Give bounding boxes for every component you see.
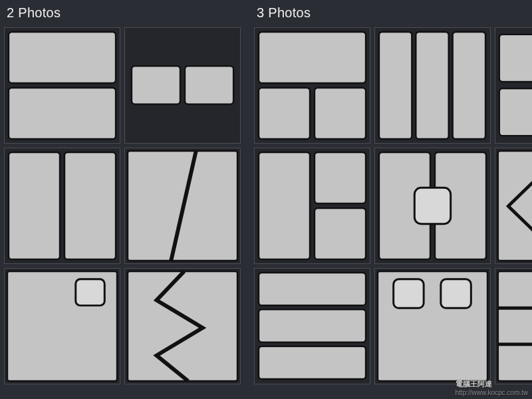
layout-two-vertical-split[interactable]: [4, 148, 120, 264]
svg-rect-4: [9, 152, 60, 259]
svg-rect-13: [259, 88, 310, 139]
layout-three-vertical-columns[interactable]: [374, 27, 491, 144]
layout-grid-3photos: [254, 27, 532, 384]
svg-rect-18: [499, 35, 532, 82]
svg-rect-26: [498, 151, 532, 261]
layout-two-small-side-by-side[interactable]: [124, 27, 241, 144]
svg-rect-12: [259, 32, 366, 83]
layout-cutoff-r1[interactable]: [495, 27, 532, 144]
svg-rect-19: [499, 88, 532, 136]
svg-rect-9: [76, 279, 104, 306]
section-title-2photos: 2 Photos: [7, 5, 243, 21]
svg-rect-28: [259, 309, 366, 342]
svg-rect-27: [259, 273, 366, 305]
svg-rect-14: [315, 88, 366, 139]
svg-rect-15: [379, 32, 412, 139]
layout-grid-2photos: [4, 27, 243, 384]
layout-one-left-two-right-stack[interactable]: [254, 148, 370, 264]
svg-rect-20: [259, 152, 310, 259]
layout-two-diagonal-split[interactable]: [124, 148, 241, 264]
svg-rect-21: [315, 152, 366, 203]
layout-one-large-pip-topright[interactable]: [4, 268, 120, 384]
svg-rect-29: [259, 346, 366, 379]
svg-rect-31: [394, 279, 424, 308]
svg-rect-0: [9, 32, 116, 83]
layout-cutoff-r3[interactable]: [495, 268, 532, 384]
svg-rect-3: [185, 66, 233, 104]
svg-rect-16: [416, 32, 448, 139]
svg-rect-5: [65, 152, 116, 259]
svg-rect-10: [128, 271, 237, 381]
layout-one-top-two-bottom[interactable]: [254, 27, 370, 144]
layout-two-horizontal-stack[interactable]: [4, 27, 120, 144]
svg-rect-1: [9, 88, 116, 139]
section-title-3photos: 3 Photos: [257, 5, 532, 21]
svg-rect-32: [441, 279, 471, 308]
svg-rect-17: [453, 32, 485, 139]
layout-two-pip-on-large[interactable]: [374, 268, 491, 384]
svg-rect-33: [498, 271, 532, 381]
svg-rect-25: [414, 188, 450, 223]
layout-two-vertical-center-overlay[interactable]: [374, 148, 491, 264]
layout-two-zigzag-split[interactable]: [124, 268, 241, 384]
svg-rect-22: [315, 208, 366, 259]
layout-cutoff-r2[interactable]: [495, 148, 532, 264]
svg-rect-2: [132, 66, 180, 104]
layout-three-horizontal-rows[interactable]: [254, 268, 370, 384]
